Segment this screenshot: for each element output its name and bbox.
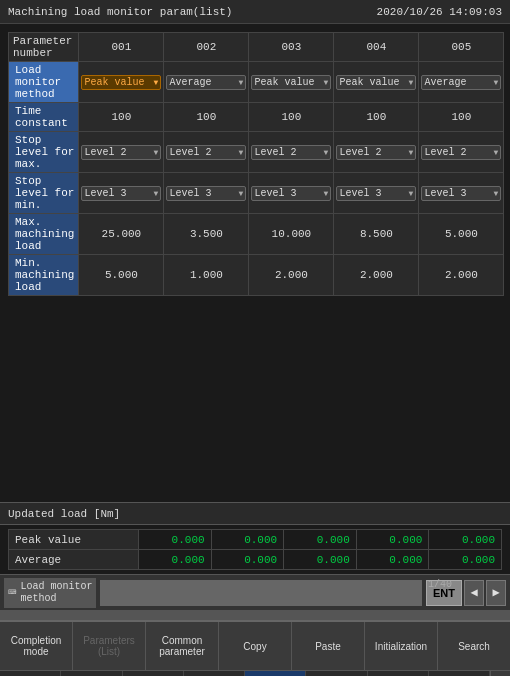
toolbar-btn-1: Parameters (List) (73, 622, 146, 670)
input-method-label: Load monitormethod (20, 581, 92, 605)
cell-0-2[interactable]: Peak value▼ (249, 62, 334, 103)
keyboard-icon: ⌨ (8, 584, 16, 601)
cell-1-1: 100 (164, 103, 249, 132)
col-header-001: 001 (79, 33, 164, 62)
load-value-1-3: 0.000 (356, 550, 429, 570)
status-bar: Updated load [Nm] (0, 502, 510, 524)
cell-0-4[interactable]: Average▼ (419, 62, 504, 103)
dropdown-2-2[interactable]: Level 2▼ (251, 145, 331, 160)
load-value-0-1: 0.000 (211, 530, 284, 550)
cell-3-4[interactable]: Level 3▼ (419, 173, 504, 214)
toolbar-btn-4[interactable]: Paste (292, 622, 365, 670)
row-label-4: Max. machining load (9, 214, 79, 255)
toolbar-btn-2[interactable]: Common parameter (146, 622, 219, 670)
page-number: 1/40 (428, 579, 452, 590)
input-label: ⌨ Load monitormethod (4, 578, 96, 608)
load-value-1-0: 0.000 (139, 550, 212, 570)
nav-item-program[interactable]: 📄Program (61, 671, 122, 676)
cell-5-3: 2.000 (334, 255, 419, 296)
parameter-table: Parameter number 001 002 003 004 005 Loa… (8, 32, 504, 296)
load-value-1-1: 0.000 (211, 550, 284, 570)
datetime: 2020/10/26 14:09:03 (377, 6, 502, 18)
dropdown-0-4[interactable]: Average▼ (421, 75, 501, 90)
nav-item-atc-tool[interactable]: 🔧ATC tool (123, 671, 184, 676)
dropdown-3-3[interactable]: Level 3▼ (336, 186, 416, 201)
load-value-1-4: 0.000 (429, 550, 502, 570)
toolbar-btn-5[interactable]: Initialization (365, 622, 438, 670)
cell-4-0: 25.000 (79, 214, 164, 255)
cell-2-1[interactable]: Level 2▼ (164, 132, 249, 173)
nav-item-pos[interactable]: 👤POS (0, 671, 61, 676)
dropdown-2-4[interactable]: Level 2▼ (421, 145, 501, 160)
cell-3-1[interactable]: Level 3▼ (164, 173, 249, 214)
dropdown-2-1[interactable]: Level 2▼ (166, 145, 246, 160)
col-header-005: 005 (419, 33, 504, 62)
cell-0-0[interactable]: Peak value▼ (79, 62, 164, 103)
dropdown-2-0[interactable]: Level 2▼ (81, 145, 161, 160)
updated-load-label: Updated load [Nm] (8, 508, 120, 520)
toolbar-btn-0[interactable]: Completion mode (0, 622, 73, 670)
cell-5-0: 5.000 (79, 255, 164, 296)
next-arrow[interactable]: ▶ (486, 580, 506, 606)
row-label-0: Load monitor method (9, 62, 79, 103)
row-label-3: Stop level for min. (9, 173, 79, 214)
nav-item-graph[interactable]: 📊GRAPH (368, 671, 429, 676)
nav-item-help[interactable]: ❓HELP (429, 671, 490, 676)
cell-4-4: 5.000 (419, 214, 504, 255)
load-label-0: Peak value (9, 530, 139, 550)
row-label-5: Min. machining load (9, 255, 79, 296)
cell-0-1[interactable]: Average▼ (164, 62, 249, 103)
cell-5-1: 1.000 (164, 255, 249, 296)
bottom-toolbar: Completion modeParameters (List)Common p… (0, 620, 510, 670)
cell-4-1: 3.500 (164, 214, 249, 255)
cell-1-2: 100 (249, 103, 334, 132)
row-label-1: Time constant (9, 103, 79, 132)
toolbar-btn-3[interactable]: Copy (219, 622, 292, 670)
dropdown-2-3[interactable]: Level 2▼ (336, 145, 416, 160)
cell-3-2[interactable]: Level 3▼ (249, 173, 334, 214)
dropdown-0-0[interactable]: Peak value▼ (81, 75, 161, 90)
load-value-0-2: 0.000 (284, 530, 357, 550)
input-field[interactable] (100, 580, 422, 606)
col-header-004: 004 (334, 33, 419, 62)
empty-area (0, 302, 510, 502)
title-bar: Machining load monitor param(list) 2020/… (0, 0, 510, 24)
load-value-1-2: 0.000 (284, 550, 357, 570)
col-header-003: 003 (249, 33, 334, 62)
input-bar: ⌨ Load monitormethod 1/40 ENT ◀ ▶ (0, 574, 510, 610)
cell-0-3[interactable]: Peak value▼ (334, 62, 419, 103)
toolbar-btn-6[interactable]: Search (438, 622, 510, 670)
row-label-2: Stop level for max. (9, 132, 79, 173)
cell-4-2: 10.000 (249, 214, 334, 255)
app-title: Machining load monitor param(list) (8, 6, 232, 18)
dropdown-0-2[interactable]: Peak value▼ (251, 75, 331, 90)
nav-bar: 👤POS📄Program🔧ATC tool📺MONITR⚙Data bank🔔A… (0, 670, 510, 676)
dropdown-3-2[interactable]: Level 3▼ (251, 186, 331, 201)
dropdown-0-1[interactable]: Average▼ (166, 75, 246, 90)
cell-2-4[interactable]: Level 2▼ (419, 132, 504, 173)
col-header-002: 002 (164, 33, 249, 62)
cell-5-2: 2.000 (249, 255, 334, 296)
dropdown-0-3[interactable]: Peak value▼ (336, 75, 416, 90)
load-value-0-4: 0.000 (429, 530, 502, 550)
cell-4-3: 8.500 (334, 214, 419, 255)
cell-3-0[interactable]: Level 3▼ (79, 173, 164, 214)
nav-item-alarm[interactable]: 🔔Alarm (306, 671, 367, 676)
nav-item-data-bank[interactable]: ⚙Data bank (245, 671, 306, 676)
cell-1-0: 100 (79, 103, 164, 132)
nav-item-monitr[interactable]: 📺MONITR (184, 671, 245, 676)
col-header-label: Parameter number (9, 33, 79, 62)
dropdown-3-1[interactable]: Level 3▼ (166, 186, 246, 201)
main-content: Parameter number 001 002 003 004 005 Loa… (0, 24, 510, 302)
cell-2-3[interactable]: Level 2▼ (334, 132, 419, 173)
cell-2-0[interactable]: Level 2▼ (79, 132, 164, 173)
prev-arrow[interactable]: ◀ (464, 580, 484, 606)
dropdown-3-0[interactable]: Level 3▼ (81, 186, 161, 201)
cell-2-2[interactable]: Level 2▼ (249, 132, 334, 173)
nav-arrow-right[interactable]: ▶ (490, 671, 510, 676)
dropdown-3-4[interactable]: Level 3▼ (421, 186, 501, 201)
load-value-0-3: 0.000 (356, 530, 429, 550)
cell-5-4: 2.000 (419, 255, 504, 296)
separator (0, 610, 510, 620)
cell-3-3[interactable]: Level 3▼ (334, 173, 419, 214)
